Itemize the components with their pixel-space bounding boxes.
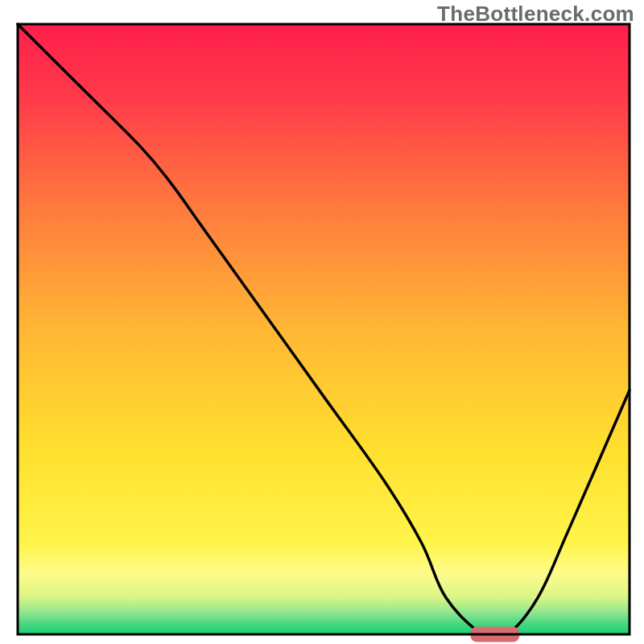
watermark-text: TheBottleneck.com (437, 2, 634, 27)
chart-frame: TheBottleneck.com (0, 0, 644, 644)
bottleneck-chart (0, 0, 644, 644)
